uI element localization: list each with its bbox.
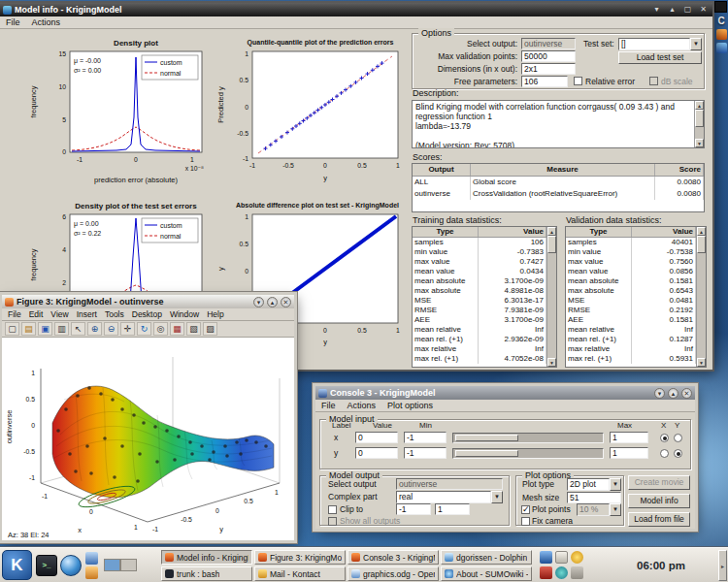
edge-panel-icon-1[interactable] bbox=[716, 29, 727, 40]
volume-tray-icon[interactable] bbox=[571, 566, 583, 579]
description-scrollbar[interactable]: ▲ ▼ bbox=[694, 101, 704, 147]
task-button[interactable]: Figure 3: KrigingModel... bbox=[254, 550, 346, 565]
x-row-y-radio[interactable] bbox=[674, 434, 682, 442]
terminal-launcher[interactable]: >_ bbox=[36, 555, 57, 576]
browser-launcher[interactable] bbox=[60, 555, 82, 576]
scroll-down-icon[interactable]: ▼ bbox=[547, 358, 556, 367]
notification-tray-icon[interactable] bbox=[571, 551, 583, 564]
x-value-field[interactable]: 0 bbox=[355, 432, 398, 443]
stats-row[interactable]: RMSE 7.9381e-09 bbox=[413, 306, 546, 315]
stats-row[interactable]: mean rel. (+1) 2.9362e-09 bbox=[413, 335, 546, 344]
stats-row[interactable]: mean absolute 3.1700e-09 bbox=[413, 276, 546, 286]
shade-icon[interactable]: ▴ bbox=[668, 388, 678, 399]
menu-item[interactable]: Window bbox=[170, 309, 199, 319]
minimize-icon[interactable]: ▾ bbox=[650, 4, 663, 16]
max-validation-field[interactable]: 50000 bbox=[521, 50, 576, 62]
console-titlebar[interactable]: Console 3 - KrigingModel ▾ ▴ ✕ bbox=[315, 386, 695, 400]
maximize-icon[interactable]: ▢ bbox=[681, 4, 694, 16]
y-min-field[interactable]: -1 bbox=[404, 447, 447, 459]
stats-row[interactable]: max relative Inf bbox=[413, 344, 546, 354]
relative-error-checkbox[interactable] bbox=[574, 77, 582, 85]
plot-points-checkbox[interactable]: ✓ bbox=[521, 505, 530, 514]
fix-camera-checkbox[interactable] bbox=[521, 517, 530, 526]
clock[interactable]: 06:00 pm bbox=[627, 548, 695, 582]
stats-row[interactable]: RMSE 0.2192 bbox=[566, 306, 696, 315]
stats-row[interactable]: MSE 0.0481 bbox=[566, 296, 696, 306]
scroll-down-icon[interactable]: ▼ bbox=[697, 358, 706, 367]
panel-hide-button[interactable]: ▸ bbox=[718, 550, 727, 581]
pager-desktop-2[interactable] bbox=[120, 559, 137, 571]
stats-row[interactable]: max rel. (+1) 0.5931 bbox=[566, 354, 696, 364]
menu-item[interactable]: Actions bbox=[347, 401, 377, 410]
pan-icon[interactable]: ✛ bbox=[120, 322, 135, 336]
load-test-set-button[interactable]: Load test set bbox=[618, 51, 702, 64]
y-value-field[interactable]: 0 bbox=[355, 447, 398, 459]
scroll-down-icon[interactable]: ▼ bbox=[695, 139, 704, 147]
menu-item[interactable]: Tools bbox=[105, 309, 124, 319]
stats-row[interactable]: mean relative Inf bbox=[566, 325, 696, 335]
task-button[interactable]: Mail - Kontact bbox=[254, 566, 346, 581]
stats-row[interactable]: max relative Inf bbox=[566, 344, 696, 354]
validation-stats-scrollbar[interactable]: ▲ ▼ bbox=[696, 227, 706, 367]
k-menu-button[interactable]: K bbox=[2, 550, 32, 580]
plot-tools-icon[interactable]: ▨ bbox=[203, 322, 217, 336]
dropdown-arrow-icon[interactable]: ▼ bbox=[610, 503, 621, 516]
x-row-x-radio[interactable] bbox=[660, 434, 669, 442]
stats-row[interactable]: max value 0.7427 bbox=[413, 257, 546, 267]
home-folder-icon[interactable] bbox=[85, 566, 98, 579]
menu-item[interactable]: File bbox=[8, 309, 21, 319]
plot-type-dropdown[interactable]: 2D plot ▼ bbox=[567, 478, 621, 491]
minimize-icon[interactable]: ▾ bbox=[253, 297, 264, 307]
task-button[interactable]: graphics.odg - OpenO... bbox=[347, 566, 439, 581]
desktop-pager[interactable] bbox=[104, 559, 137, 571]
clipboard-tray-icon[interactable] bbox=[555, 551, 568, 564]
training-stats-scrollbar[interactable]: ▲ ▼ bbox=[546, 227, 556, 367]
menu-item[interactable]: Insert bbox=[77, 309, 97, 319]
stats-row[interactable]: samples 106 bbox=[413, 238, 546, 247]
y-row-y-radio[interactable] bbox=[674, 449, 682, 458]
test-set-dropdown[interactable]: [] ▼ bbox=[618, 38, 702, 50]
edge-panel-icon-2[interactable] bbox=[716, 43, 727, 53]
stats-row[interactable]: AEE 3.1700e-09 bbox=[413, 315, 546, 325]
stats-row[interactable]: max value 0.7560 bbox=[566, 257, 696, 267]
x-slider[interactable] bbox=[452, 433, 604, 443]
task-button[interactable]: dgorissen - Dolphin bbox=[441, 550, 532, 565]
scrollbar-thumb[interactable] bbox=[697, 236, 706, 253]
display-tray-icon[interactable] bbox=[540, 551, 552, 564]
stats-row[interactable]: mean value 0.0856 bbox=[566, 267, 696, 276]
stats-row[interactable]: mean rel. (+1) 0.1287 bbox=[566, 335, 696, 344]
stats-row[interactable]: min value -0.7383 bbox=[413, 247, 546, 257]
stats-row[interactable]: max absolute 0.6543 bbox=[566, 286, 696, 296]
dropdown-arrow-icon[interactable]: ▼ bbox=[690, 38, 702, 50]
task-button[interactable]: trunk : bash bbox=[161, 566, 252, 581]
scroll-up-icon[interactable]: ▲ bbox=[695, 101, 704, 110]
y-row-x-radio[interactable] bbox=[660, 449, 669, 458]
new-figure-icon[interactable]: ▢ bbox=[5, 322, 19, 336]
edge-panel-button[interactable] bbox=[714, 1, 727, 13]
task-button[interactable]: About - SUMOwiki -... bbox=[441, 566, 532, 581]
edit-plot-icon[interactable]: ↖ bbox=[71, 322, 85, 336]
stats-row[interactable]: AEE 0.1581 bbox=[566, 315, 696, 325]
task-button[interactable]: Model info - KrigingMo... bbox=[161, 550, 252, 565]
menu-item[interactable]: Plot options bbox=[387, 401, 433, 410]
x-max-field[interactable]: 1 bbox=[610, 432, 648, 443]
menu-item[interactable]: File bbox=[321, 401, 336, 410]
close-icon[interactable]: ✕ bbox=[281, 297, 291, 307]
scrollbar-thumb[interactable] bbox=[547, 236, 556, 253]
minimize-icon[interactable]: ▾ bbox=[654, 388, 665, 399]
zoom-in-icon[interactable]: ⊕ bbox=[87, 322, 102, 336]
dropdown-arrow-icon[interactable]: ▼ bbox=[610, 478, 621, 491]
print-figure-icon[interactable]: ▥ bbox=[54, 322, 69, 336]
stats-row[interactable]: samples 40401 bbox=[566, 238, 696, 247]
menu-item[interactable]: View bbox=[50, 309, 68, 319]
figure-titlebar[interactable]: Figure 3: KrigingModel - outinverse ▾ ▴ … bbox=[2, 295, 294, 308]
scroll-up-icon[interactable]: ▲ bbox=[697, 227, 706, 236]
figure-canvas[interactable]: 1 0.5 0 -0.5 -1 outinverse bbox=[2, 338, 294, 540]
model-info-button[interactable]: Model info bbox=[628, 494, 690, 508]
clip-max-field[interactable]: 1 bbox=[435, 503, 470, 515]
show-all-outputs-checkbox[interactable] bbox=[328, 517, 337, 526]
slider-handle[interactable] bbox=[455, 450, 518, 457]
colorbar-icon[interactable]: ▦ bbox=[170, 322, 184, 336]
rotate-3d-icon[interactable]: ↻ bbox=[137, 322, 151, 336]
close-icon[interactable]: ✕ bbox=[681, 388, 692, 399]
